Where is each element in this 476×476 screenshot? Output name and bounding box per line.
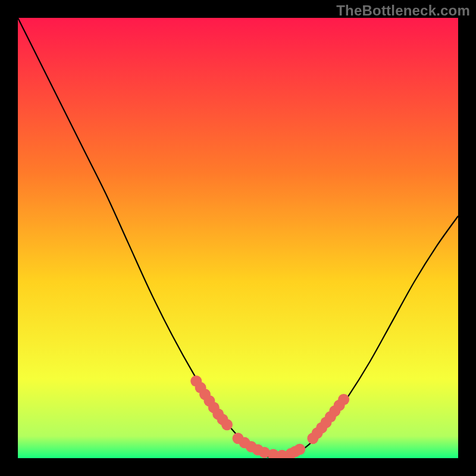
chart-background (18, 18, 458, 458)
data-marker (221, 419, 233, 430)
watermark-text: TheBottleneck.com (336, 2, 470, 19)
data-marker (338, 394, 349, 405)
data-marker (294, 444, 305, 455)
chart-frame: TheBottleneck.com (0, 0, 476, 476)
chart-plot (18, 18, 458, 458)
